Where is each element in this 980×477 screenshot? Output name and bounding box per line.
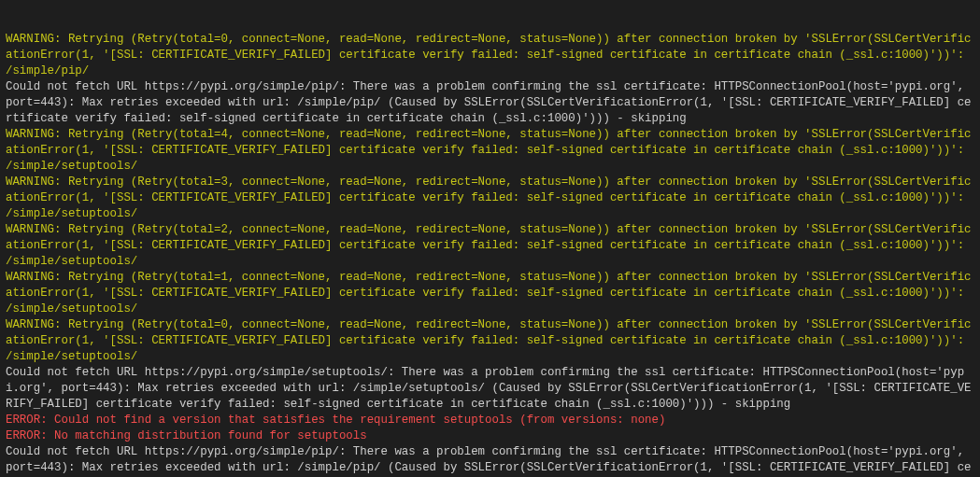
terminal-line: WARNING: Retrying (Retry(total=0, connec…	[6, 317, 974, 365]
terminal-line: WARNING: Retrying (Retry(total=0, connec…	[6, 32, 974, 79]
terminal-output[interactable]: WARNING: Retrying (Retry(total=0, connec…	[0, 0, 980, 477]
terminal-line: ERROR: Could not find a version that sat…	[6, 413, 974, 428]
terminal-line: Could not fetch URL https://pypi.org/sim…	[6, 444, 974, 477]
terminal-line: ERROR: No matching distribution found fo…	[6, 428, 974, 444]
terminal-line: WARNING: Retrying (Retry(total=1, connec…	[6, 270, 974, 317]
terminal-line: WARNING: Retrying (Retry(total=4, connec…	[6, 127, 974, 175]
terminal-line: WARNING: Retrying (Retry(total=3, connec…	[6, 175, 974, 222]
terminal-line: Could not fetch URL https://pypi.org/sim…	[6, 365, 974, 413]
terminal-line: Could not fetch URL https://pypi.org/sim…	[6, 79, 974, 127]
terminal-line: WARNING: Retrying (Retry(total=2, connec…	[6, 222, 974, 270]
